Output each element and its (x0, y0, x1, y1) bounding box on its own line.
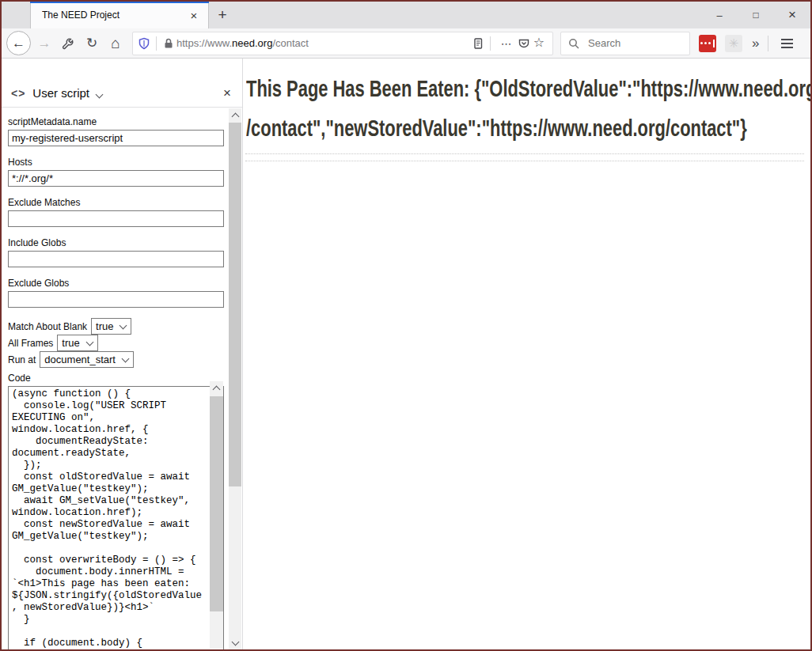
exclude-globs-label: Exclude Globs (8, 278, 228, 289)
titlebar-left-gap (2, 2, 30, 28)
search-bar[interactable] (560, 32, 690, 55)
titlebar-drag-area (236, 2, 701, 28)
run-at-row: Run at document_start (8, 351, 228, 368)
select-chevron-icon (85, 339, 93, 346)
exclude-matches-input[interactable] (8, 210, 224, 227)
bookmark-star-icon[interactable]: ☆ (530, 35, 548, 51)
hosts-label: Hosts (8, 157, 228, 168)
run-at-label: Run at (8, 354, 36, 365)
url-path: /contact (272, 37, 309, 49)
pocket-icon[interactable] (518, 37, 530, 50)
search-input[interactable] (586, 36, 674, 50)
url-bar[interactable]: https://www.need.org/contact ⋯ ☆ (132, 32, 553, 55)
back-button[interactable]: ← (6, 31, 31, 55)
dotted-divider (245, 161, 804, 161)
hosts-input[interactable] (8, 170, 224, 187)
hamburger-menu-icon[interactable] (776, 32, 798, 55)
url-scheme: https://www. (176, 37, 232, 49)
code-brackets-icon: <> (11, 87, 25, 100)
navigation-toolbar: ← → ↻ ⌂ https://www.need.org/co (2, 28, 810, 59)
wrench-icon (62, 37, 74, 50)
home-button[interactable]: ⌂ (104, 32, 127, 55)
urlbar-separator-2 (490, 36, 491, 51)
code-scrollbar[interactable] (210, 381, 223, 649)
heading-line-2: /contact","newStoredValue":"https://www.… (246, 108, 658, 148)
tracking-protection-shield-icon[interactable] (138, 37, 150, 50)
sidebar-close-icon[interactable]: × (220, 86, 234, 100)
page-eaten-heading: This Page Has Been Eaten: {"OldStoredVal… (244, 59, 810, 148)
all-frames-label: All Frames (8, 338, 53, 349)
scroll-up-icon[interactable] (210, 381, 223, 395)
include-globs-label: Include Globs (8, 237, 228, 248)
forward-icon: → (38, 36, 51, 51)
sidebar-title[interactable]: User script (32, 86, 89, 100)
extension-flower-icon[interactable]: ✳ (725, 35, 742, 52)
back-icon: ← (12, 36, 25, 51)
chevron-down-icon[interactable] (96, 91, 104, 99)
reload-icon: ↻ (86, 35, 97, 51)
titlebar: The NEED Project × + – □ × (2, 2, 810, 28)
tab-title: The NEED Project (42, 9, 186, 21)
forward-button[interactable]: → (32, 32, 56, 55)
all-frames-select[interactable]: true (57, 335, 97, 351)
code-scrollbar-thumb[interactable] (210, 396, 223, 611)
code-label: Code (8, 373, 228, 384)
exclude-globs-input[interactable] (8, 291, 224, 308)
include-globs-input[interactable] (8, 251, 224, 267)
script-name-input[interactable] (8, 130, 224, 146)
scroll-up-icon[interactable] (229, 108, 241, 122)
all-frames-row: All Frames true (8, 335, 228, 351)
browser-window: The NEED Project × + – □ × ← → ↻ ⌂ (0, 0, 812, 651)
urlbar-separator (156, 36, 157, 51)
field-exclude-matches: Exclude Matches (8, 197, 228, 227)
reload-button[interactable]: ↻ (80, 32, 104, 55)
sidebar-form: scriptMetadata.name Hosts Exclude Matche… (2, 108, 228, 649)
exclude-matches-label: Exclude Matches (8, 197, 228, 208)
overflow-chevrons-icon[interactable]: » (749, 36, 762, 51)
script-name-label: scriptMetadata.name (8, 116, 228, 127)
page-content: This Page Has Been Eaten: {"OldStoredVal… (244, 59, 810, 649)
browser-tab[interactable]: The NEED Project × (30, 2, 209, 28)
page-actions-icon[interactable]: ⋯ (496, 37, 518, 50)
scroll-down-icon[interactable] (229, 636, 241, 649)
dotted-divider (245, 153, 804, 154)
sidebar-scrollbar-thumb[interactable] (229, 123, 241, 486)
userscript-extension-icon[interactable] (699, 35, 716, 52)
sidebar-scrollbar[interactable] (229, 108, 241, 649)
run-at-select[interactable]: document_start (40, 351, 134, 368)
home-icon: ⌂ (111, 35, 120, 52)
field-exclude-globs: Exclude Globs (8, 278, 228, 308)
tab-close-icon[interactable]: × (186, 7, 202, 23)
select-chevron-icon (122, 355, 130, 363)
sidebar-header: <> User script × (2, 59, 242, 108)
userscript-sidebar: <> User script × scriptMetadata.name Hos… (2, 59, 243, 649)
code-textarea[interactable]: (async function () { console.log("USER S… (8, 386, 224, 649)
url-text: https://www.need.org/contact (176, 37, 472, 49)
field-script-name: scriptMetadata.name (8, 116, 228, 146)
reader-mode-icon[interactable] (472, 37, 484, 50)
toolbar-separator (768, 36, 768, 51)
window-maximize-button[interactable]: □ (738, 2, 774, 28)
new-tab-button[interactable]: + (209, 2, 236, 28)
search-icon (567, 37, 580, 50)
match-about-blank-row: Match About Blank true (8, 318, 228, 335)
window-close-button[interactable]: × (774, 2, 810, 28)
match-about-blank-label: Match About Blank (8, 321, 87, 332)
wrench-button[interactable] (56, 32, 80, 55)
field-include-globs: Include Globs (8, 237, 228, 267)
heading-line-1: This Page Has Been Eaten: {"OldStoredVal… (246, 69, 658, 108)
url-domain: need.org (232, 37, 272, 49)
lock-icon (162, 37, 175, 50)
window-minimize-button[interactable]: – (701, 2, 738, 28)
select-chevron-icon (120, 322, 127, 330)
match-about-blank-select[interactable]: true (91, 318, 131, 335)
field-hosts: Hosts (8, 157, 228, 187)
